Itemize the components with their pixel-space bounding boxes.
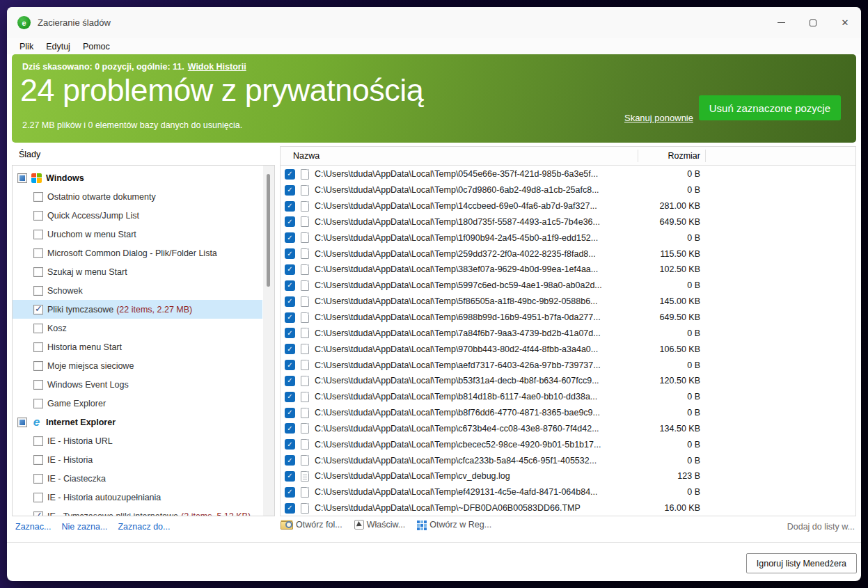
table-row[interactable]: C:\Users\tduda\AppData\Local\Temp\c673b4… xyxy=(281,421,855,437)
row-checkbox[interactable] xyxy=(285,280,295,291)
maximize-button[interactable] xyxy=(797,7,829,38)
menu-item-pomoc[interactable]: Pomoc xyxy=(77,40,116,53)
row-checkbox[interactable] xyxy=(285,185,295,196)
row-checkbox[interactable] xyxy=(285,376,295,386)
tree-item[interactable]: IE - Ciasteczka xyxy=(13,469,262,488)
tree-item[interactable]: Game Explorer xyxy=(13,394,262,413)
row-checkbox[interactable] xyxy=(285,439,295,450)
table-row[interactable]: C:\Users\tduda\AppData\Local\Temp\7a84f6… xyxy=(281,325,855,341)
row-checkbox[interactable] xyxy=(285,487,295,498)
rescan-link[interactable]: Skanuj ponownie xyxy=(624,113,693,123)
tree-checkbox[interactable] xyxy=(33,511,43,517)
row-checkbox[interactable] xyxy=(285,232,295,243)
row-checkbox[interactable] xyxy=(285,392,295,402)
tree-checkbox[interactable] xyxy=(33,248,43,258)
row-checkbox[interactable] xyxy=(285,296,295,307)
tree-item[interactable]: Windows Event Logs xyxy=(13,375,262,394)
tree-item[interactable]: Schowek xyxy=(13,281,262,300)
table-row[interactable]: C:\Users\tduda\AppData\Local\Temp\259dd3… xyxy=(281,246,855,262)
tree-checkbox[interactable] xyxy=(33,455,43,465)
tree-checkbox[interactable] xyxy=(33,361,43,371)
tree-checkbox[interactable] xyxy=(33,399,43,408)
row-checkbox[interactable] xyxy=(285,216,295,227)
row-checkbox[interactable] xyxy=(285,408,295,418)
row-checkbox[interactable] xyxy=(285,312,295,323)
column-header-size[interactable]: Rozmiar xyxy=(668,151,700,161)
tree-item[interactable]: Microsoft Common Dialog - Plik/Folder Li… xyxy=(13,244,262,262)
tree-item[interactable]: IE - Tymczasowe pliki internetowe(2 item… xyxy=(13,507,262,516)
tool-button[interactable]: Właściw... xyxy=(354,520,406,530)
table-row[interactable]: C:\Users\tduda\AppData\Local\Temp\1f090b… xyxy=(281,230,855,246)
tool-button[interactable]: Otwórz w Reg... xyxy=(417,520,491,530)
selection-link-1[interactable]: Nie zazna... xyxy=(61,522,107,532)
table-row[interactable]: C:\Users\tduda\AppData\Local\Temp\0c7d98… xyxy=(281,182,855,198)
row-checkbox[interactable] xyxy=(285,201,295,212)
table-row[interactable]: C:\Users\tduda\AppData\Local\Temp\b814d1… xyxy=(281,389,855,405)
row-checkbox[interactable] xyxy=(285,248,295,259)
selection-link-0[interactable]: Zaznac... xyxy=(15,522,51,532)
tree-checkbox[interactable] xyxy=(33,192,43,202)
table-row[interactable]: C:\Users\tduda\AppData\Local\Temp\0545e6… xyxy=(281,166,855,182)
tree-checkbox[interactable] xyxy=(17,173,27,183)
table-row[interactable]: C:\Users\tduda\AppData\Local\Temp\ef4291… xyxy=(281,484,855,500)
row-checkbox[interactable] xyxy=(285,360,295,370)
table-row[interactable]: C:\Users\tduda\AppData\Local\Temp\5f8650… xyxy=(281,294,855,310)
row-checkbox[interactable] xyxy=(285,503,295,514)
tree-item[interactable]: Windows xyxy=(13,168,262,187)
row-checkbox[interactable] xyxy=(285,264,295,275)
table-row[interactable]: C:\Users\tduda\AppData\Local\Temp\cbecec… xyxy=(281,436,855,452)
history-view-link[interactable]: Widok Historii xyxy=(188,62,246,72)
tree-item[interactable]: Internet Explorer xyxy=(13,413,262,431)
tree-checkbox[interactable] xyxy=(33,493,43,502)
tree-checkbox[interactable] xyxy=(33,474,43,484)
table-row[interactable]: C:\Users\tduda\AppData\Local\Temp\6988b9… xyxy=(281,310,855,326)
tree-item[interactable]: Moje miejsca sieciowe xyxy=(13,356,262,375)
tree-item[interactable]: Ostatnio otwarte dokumenty xyxy=(13,187,262,206)
menu-item-plik[interactable]: Plik xyxy=(13,40,40,53)
tree-scrollbar-thumb[interactable] xyxy=(267,174,270,287)
tree-checkbox[interactable] xyxy=(33,436,43,446)
table-row[interactable]: C:\Users\tduda\AppData\Local\Temp\~DFB0D… xyxy=(281,500,855,516)
tree-item[interactable]: Quick Access/Jump List xyxy=(13,206,262,225)
tree-checkbox[interactable] xyxy=(33,324,43,333)
table-row[interactable]: C:\Users\tduda\AppData\Local\Temp\14ccbe… xyxy=(281,198,855,214)
table-row[interactable]: C:\Users\tduda\AppData\Local\Temp\aefd73… xyxy=(281,357,855,373)
column-header-name[interactable]: Nazwa xyxy=(293,151,319,161)
tree-item[interactable]: Szukaj w menu Start xyxy=(13,262,262,281)
row-checkbox[interactable] xyxy=(285,471,295,482)
row-checkbox[interactable] xyxy=(285,344,295,354)
row-checkbox[interactable] xyxy=(285,328,295,338)
table-row[interactable]: C:\Users\tduda\AppData\Local\Temp\970bb4… xyxy=(281,341,855,357)
tree-checkbox[interactable] xyxy=(17,418,27,427)
tree-item[interactable]: Uruchom w menu Start xyxy=(13,225,262,244)
table-row[interactable]: C:\Users\tduda\AppData\Local\Temp\cfca23… xyxy=(281,452,855,468)
row-checkbox[interactable] xyxy=(285,423,295,434)
delete-selected-button[interactable]: Usuń zaznaczone pozycje xyxy=(699,95,841,120)
tree-item[interactable]: IE - Historia xyxy=(13,450,262,469)
tree-checkbox[interactable] xyxy=(33,305,43,315)
table-row[interactable]: C:\Users\tduda\AppData\Local\Temp\cv_deb… xyxy=(281,468,855,484)
column-divider[interactable] xyxy=(638,150,638,162)
tree-checkbox[interactable] xyxy=(33,211,43,221)
ignore-manager-lists-button[interactable]: Ignoruj listy Menedżera xyxy=(746,553,857,573)
tree-item[interactable]: Historia menu Start xyxy=(13,337,262,356)
column-divider[interactable] xyxy=(705,150,706,162)
tree-item[interactable]: IE - Historia URL xyxy=(13,431,262,450)
tree-item[interactable]: Kosz xyxy=(13,319,262,337)
row-checkbox[interactable] xyxy=(285,169,295,180)
table-row[interactable]: C:\Users\tduda\AppData\Local\Temp\b8f76d… xyxy=(281,405,855,421)
table-row[interactable]: C:\Users\tduda\AppData\Local\Temp\5997c6… xyxy=(281,278,855,294)
minimize-button[interactable] xyxy=(765,7,797,38)
close-button[interactable]: ✕ xyxy=(829,7,861,38)
tree-checkbox[interactable] xyxy=(33,286,43,296)
tool-button[interactable]: Otwórz fol... xyxy=(281,520,342,530)
add-to-list-link[interactable]: Dodaj do listy w... xyxy=(787,522,855,532)
tree-item[interactable]: IE - Historia autouzupełniania xyxy=(13,488,262,507)
tree-checkbox[interactable] xyxy=(33,342,43,352)
row-checkbox[interactable] xyxy=(285,455,295,466)
table-row[interactable]: C:\Users\tduda\AppData\Local\Temp\180d73… xyxy=(281,214,855,230)
table-row[interactable]: C:\Users\tduda\AppData\Local\Temp\383ef0… xyxy=(281,262,855,278)
table-row[interactable]: C:\Users\tduda\AppData\Local\Temp\b53f31… xyxy=(281,373,855,389)
tree-item[interactable]: Pliki tymczasowe(22 items, 2.27 MB) xyxy=(13,300,262,319)
tree-checkbox[interactable] xyxy=(33,267,43,277)
